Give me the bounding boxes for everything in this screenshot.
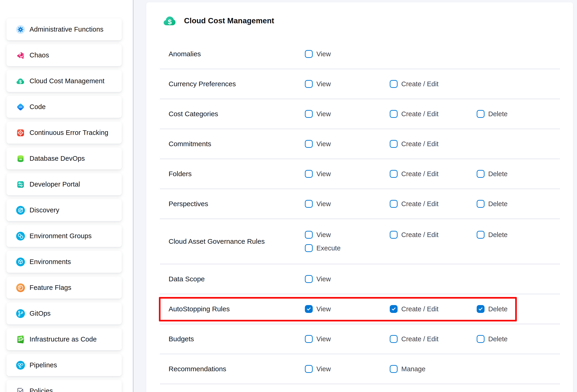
permission-cost-categories-view[interactable]: View (305, 110, 331, 118)
sidebar-item-infrastructure-as-code[interactable]: Infrastructure as Code (6, 328, 122, 350)
permission-cost-categories-create-edit[interactable]: Create / Edit (390, 110, 438, 118)
permission-folders-create-edit[interactable]: Create / Edit (390, 170, 438, 178)
sidebar-item-feature-flags[interactable]: Feature Flags (6, 277, 122, 299)
checkbox-execute[interactable] (305, 244, 313, 252)
checkbox-view[interactable] (305, 335, 313, 343)
sidebar-item-pipelines[interactable]: Pipelines (6, 354, 122, 376)
developer-portal-icon (16, 180, 25, 189)
permission-autostopping-rules-delete[interactable]: Delete (477, 305, 507, 313)
sidebar-item-chaos[interactable]: Chaos (6, 44, 122, 66)
permission-data-scope-view[interactable]: View (305, 275, 331, 283)
checkbox-create-edit[interactable] (390, 335, 397, 343)
checkbox-view[interactable] (305, 365, 313, 373)
sidebar-item-discovery[interactable]: Discovery (6, 199, 122, 221)
permission-label: View (316, 110, 331, 118)
permission-perspectives-create-edit[interactable]: Create / Edit (390, 200, 438, 208)
permission-perspectives-view[interactable]: View (305, 200, 331, 208)
permission-folders-view[interactable]: View (305, 170, 331, 178)
checkbox-create-edit[interactable] (390, 140, 397, 148)
checkbox-manage[interactable] (390, 365, 397, 373)
checkbox-view[interactable] (305, 231, 313, 239)
checkbox-create-edit[interactable] (390, 231, 397, 239)
checkbox-create-edit[interactable] (390, 170, 397, 178)
permissions-panel: $ Cloud Cost Management Anomalies View C… (146, 2, 573, 392)
checkbox-create-edit[interactable] (390, 80, 397, 88)
checkbox-view[interactable] (305, 170, 313, 178)
checkbox-view[interactable] (305, 275, 313, 283)
module-list: Administrative Functions Chaos $ Cloud C… (6, 18, 122, 392)
permission-cloud-asset-governance-rules-view[interactable]: View (305, 231, 331, 239)
sidebar-item-policies[interactable]: Policies (6, 380, 122, 392)
sidebar-item-code[interactable]: </> Code (6, 96, 122, 118)
checkbox-create-edit-checked[interactable] (390, 305, 397, 313)
sidebar-item-label: Infrastructure as Code (30, 335, 97, 343)
permission-row-cost-categories: Cost Categories ViewCreate / EditDelete (160, 99, 560, 129)
permission-recommendations-view[interactable]: View (305, 365, 331, 373)
permission-budgets-view[interactable]: View (305, 335, 331, 343)
sidebar-item-label: Policies (30, 387, 53, 392)
sidebar-item-gitops[interactable]: GitOps (6, 303, 122, 324)
permission-label: Manage (401, 365, 426, 373)
sidebar-item-administrative-functions[interactable]: Administrative Functions (6, 18, 122, 40)
permission-currency-preferences-create-edit[interactable]: Create / Edit (390, 80, 438, 88)
svg-text:$: $ (19, 79, 22, 84)
checkbox-delete[interactable] (477, 110, 485, 118)
resource-label: Budgets (160, 335, 305, 343)
permission-recommendations-manage[interactable]: Manage (390, 365, 426, 373)
sidebar-item-label: Developer Portal (30, 180, 80, 188)
sidebar-item-database-devops[interactable]: ∞ Database DevOps (6, 147, 122, 170)
permission-currency-preferences-view[interactable]: View (305, 80, 331, 88)
svg-text:$: $ (168, 18, 172, 26)
checkbox-view[interactable] (305, 140, 313, 148)
checkbox-view[interactable] (305, 80, 313, 88)
permission-budgets-create-edit[interactable]: Create / Edit (390, 335, 438, 343)
sidebar-item-label: Feature Flags (30, 284, 72, 291)
permission-label: View (316, 170, 331, 178)
pipelines-icon (16, 361, 25, 370)
permission-label: View (316, 335, 331, 343)
checkbox-view[interactable] (305, 50, 313, 58)
permission-commitments-create-edit[interactable]: Create / Edit (390, 140, 438, 148)
permission-budgets-delete[interactable]: Delete (477, 335, 507, 343)
permission-anomalies-view[interactable]: View (305, 50, 331, 58)
sidebar-item-continuous-error-tracking[interactable]: Continuous Error Tracking (6, 122, 122, 144)
checkbox-delete-checked[interactable] (477, 305, 485, 313)
permission-cloud-asset-governance-rules-create-edit[interactable]: Create / Edit (390, 231, 438, 239)
permission-label: View (316, 231, 331, 239)
sidebar-item-cloud-cost-management[interactable]: $ Cloud Cost Management (6, 70, 122, 92)
environments-icon (16, 257, 25, 266)
gitops-icon (16, 309, 25, 318)
permission-folders-delete[interactable]: Delete (477, 170, 507, 178)
permission-cloud-asset-governance-rules-delete[interactable]: Delete (477, 231, 507, 239)
panel-title: Cloud Cost Management (184, 16, 274, 25)
sidebar-item-environments[interactable]: Environments (6, 251, 122, 273)
checkbox-view-checked[interactable] (305, 305, 313, 313)
sidebar-item-developer-portal[interactable]: Developer Portal (6, 173, 122, 195)
checkbox-delete[interactable] (477, 231, 485, 239)
checkbox-create-edit[interactable] (390, 110, 397, 118)
svg-text:∞: ∞ (19, 157, 22, 161)
checkbox-create-edit[interactable] (390, 200, 397, 208)
permission-commitments-view[interactable]: View (305, 140, 331, 148)
permission-cost-categories-delete[interactable]: Delete (477, 110, 507, 118)
permission-label: Delete (488, 305, 507, 313)
sidebar-item-label: Database DevOps (30, 155, 85, 162)
gear-icon (16, 25, 25, 34)
checkbox-view[interactable] (305, 200, 313, 208)
permission-perspectives-delete[interactable]: Delete (477, 200, 507, 208)
checkbox-view[interactable] (305, 110, 313, 118)
sidebar-item-environment-groups[interactable]: Environment Groups (6, 225, 122, 247)
permission-autostopping-rules-create-edit[interactable]: Create / Edit (390, 305, 438, 313)
checkbox-delete[interactable] (477, 335, 485, 343)
checkbox-delete[interactable] (477, 170, 485, 178)
permission-cloud-asset-governance-rules-execute[interactable]: Execute (305, 244, 341, 252)
resource-label: Perspectives (160, 200, 305, 208)
cloud-cost-icon: $ (163, 15, 177, 27)
sidebar-item-label: Discovery (30, 206, 59, 214)
resource-label: Cost Categories (160, 110, 305, 118)
permission-autostopping-rules-view[interactable]: View (305, 305, 331, 313)
permission-label: Create / Edit (401, 335, 438, 343)
resource-label: AutoStopping Rules (160, 305, 305, 313)
checkbox-delete[interactable] (477, 200, 485, 208)
environment-groups-icon (16, 232, 25, 241)
